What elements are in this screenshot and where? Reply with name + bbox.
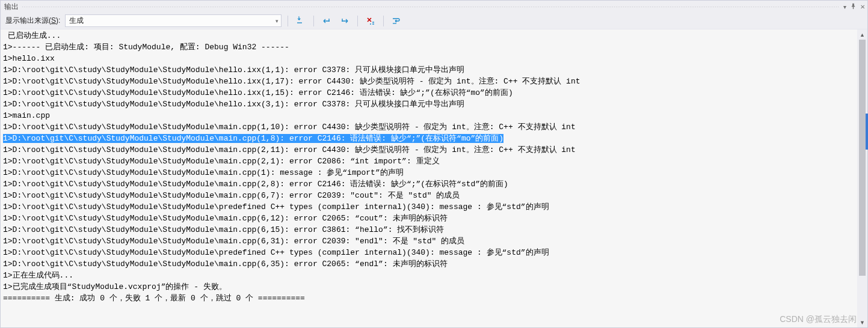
output-text-area[interactable]: 已启动生成...1>------ 已启动生成: 项目: StudyModule,… (1, 29, 857, 327)
output-line[interactable]: 1>D:\root\git\C\study\StudyModule\StudyM… (2, 213, 857, 224)
output-line[interactable]: 1>hello.ixx (2, 53, 857, 64)
toolbar-divider (288, 16, 288, 26)
output-line[interactable]: 1>D:\root\git\C\study\StudyModule\StudyM… (2, 99, 857, 110)
output-line[interactable]: 1>已完成生成项目“StudyModule.vcxproj”的操作 - 失败。 (2, 281, 857, 293)
toggle-word-wrap-button[interactable] (390, 14, 403, 28)
scroll-down-icon[interactable]: ▼ (857, 317, 867, 327)
output-line[interactable]: 1>D:\root\git\C\study\StudyModule\StudyM… (2, 133, 857, 144)
output-line[interactable]: 1>D:\root\git\C\study\StudyModule\StudyM… (2, 76, 857, 87)
output-panel: 输出 ▾ ✕ 显示输出来源(S): 生成 ▾ (0, 0, 868, 328)
toolbar-divider (383, 16, 384, 26)
pin-icon[interactable] (850, 3, 857, 11)
output-line[interactable]: 1>D:\root\git\C\study\StudyModule\StudyM… (2, 167, 857, 178)
chevron-down-icon: ▾ (275, 18, 279, 24)
output-line[interactable]: 1>D:\root\git\C\study\StudyModule\StudyM… (2, 87, 857, 99)
edge-selection-marker (866, 114, 868, 150)
window-position-icon[interactable]: ▾ (843, 4, 846, 10)
output-content-wrap: 已启动生成...1>------ 已启动生成: 项目: StudyModule,… (1, 29, 867, 327)
show-output-from-label: 显示输出来源(S): (5, 16, 60, 26)
output-line[interactable]: 1>D:\root\git\C\study\StudyModule\StudyM… (2, 258, 857, 270)
output-line[interactable]: 1>正在生成代码... (2, 270, 857, 281)
output-line[interactable]: 1>main.cpp (2, 110, 857, 121)
vertical-scrollbar[interactable]: ▲ ▼ (857, 29, 867, 327)
panel-title-bar: 输出 ▾ ✕ (1, 1, 867, 13)
panel-title: 输出 (4, 2, 19, 12)
output-line[interactable]: 1>D:\root\git\C\study\StudyModule\StudyM… (2, 201, 857, 213)
scroll-track[interactable] (857, 40, 867, 317)
output-line[interactable]: 1>D:\root\git\C\study\StudyModule\StudyM… (2, 144, 857, 156)
close-icon[interactable]: ✕ (860, 4, 865, 10)
clear-all-button[interactable] (364, 14, 377, 28)
output-line[interactable]: 1>D:\root\git\C\study\StudyModule\StudyM… (2, 121, 857, 133)
output-line[interactable]: 1>D:\root\git\C\study\StudyModule\StudyM… (2, 247, 857, 258)
scroll-up-icon[interactable]: ▲ (857, 29, 867, 40)
title-grip (22, 7, 840, 7)
output-line[interactable]: 已启动生成... (2, 30, 857, 41)
goto-previous-button[interactable] (320, 14, 333, 28)
output-line[interactable]: 1>------ 已启动生成: 项目: StudyModule, 配置: Deb… (2, 41, 857, 53)
output-line[interactable]: 1>D:\root\git\C\study\StudyModule\StudyM… (2, 178, 857, 190)
output-line[interactable]: ========== 生成: 成功 0 个，失败 1 个，最新 0 个，跳过 0… (2, 293, 857, 304)
dropdown-value: 生成 (69, 16, 84, 26)
output-line[interactable]: 1>D:\root\git\C\study\StudyModule\StudyM… (2, 224, 857, 235)
output-source-dropdown[interactable]: 生成 ▾ (65, 14, 282, 27)
scroll-thumb[interactable] (859, 40, 866, 276)
output-line[interactable]: 1>D:\root\git\C\study\StudyModule\StudyM… (2, 235, 857, 247)
find-message-button[interactable] (294, 14, 307, 28)
output-line[interactable]: 1>D:\root\git\C\study\StudyModule\StudyM… (2, 156, 857, 167)
output-line[interactable]: 1>D:\root\git\C\study\StudyModule\StudyM… (2, 64, 857, 76)
panel-window-controls: ▾ ✕ (843, 3, 865, 11)
toolbar-divider (357, 16, 358, 26)
selected-output-line[interactable]: 1>D:\root\git\C\study\StudyModule\StudyM… (3, 134, 503, 143)
output-line[interactable]: 1>D:\root\git\C\study\StudyModule\StudyM… (2, 190, 857, 201)
goto-next-button[interactable] (338, 14, 351, 28)
toolbar-divider (313, 16, 314, 26)
output-toolbar: 显示输出来源(S): 生成 ▾ (1, 13, 867, 29)
